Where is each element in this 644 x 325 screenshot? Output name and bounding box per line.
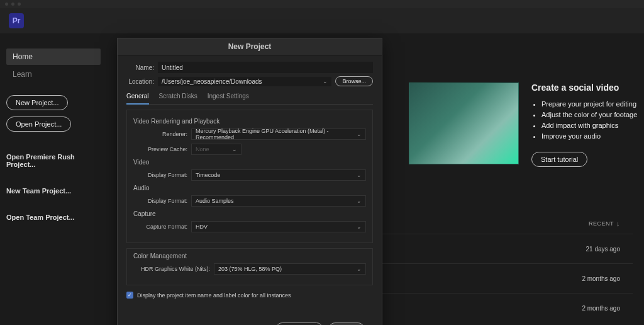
audio-format-select[interactable]: Audio Samples ⌄ <box>191 195 366 207</box>
new-project-button[interactable]: New Project... <box>6 95 68 110</box>
recent-header[interactable]: RECENT ↓ <box>589 220 620 227</box>
new-project-dialog: New Project Name: Location: /Users/joe_n… <box>117 38 382 325</box>
tab-general[interactable]: General <box>126 90 149 105</box>
checkbox-checked-icon[interactable]: ✓ <box>126 292 133 299</box>
tab-ingest[interactable]: Ingest Settings <box>208 90 249 104</box>
name-row: Name: <box>126 62 373 73</box>
audio-format-label: Display Format: <box>133 198 191 204</box>
chevron-down-icon: ⌄ <box>357 131 362 137</box>
start-tutorial-button[interactable]: Start tutorial <box>531 152 587 167</box>
traffic-light-minimize[interactable] <box>11 3 14 6</box>
capture-format-select[interactable]: HDV ⌄ <box>191 221 366 232</box>
hdr-select[interactable]: 203 (75% HLG, 58% PQ) ⌄ <box>214 263 366 275</box>
open-project-button[interactable]: Open Project... <box>6 117 71 132</box>
dialog-title: New Project <box>118 38 382 55</box>
section-title: Color Management <box>133 253 366 259</box>
location-row: Location: /Users/joe_neosapience/Downloa… <box>126 76 373 86</box>
dialog-footer: Cancel OK <box>126 316 373 325</box>
chevron-down-icon: ⌄ <box>357 224 362 230</box>
settings-tabs: General Scratch Disks Ingest Settings <box>126 90 373 105</box>
tutorial-text: Create a social video Prepare your proje… <box>531 83 637 167</box>
chevron-down-icon: ⌄ <box>357 198 362 204</box>
location-label: Location: <box>126 78 154 85</box>
renderer-select[interactable]: Mercury Playback Engine GPU Acceleration… <box>191 128 366 140</box>
tab-scratch-disks[interactable]: Scratch Disks <box>159 90 197 104</box>
capture-format-label: Capture Format: <box>133 224 191 230</box>
chevron-down-icon: ⌄ <box>232 146 237 152</box>
sidebar-item-learn[interactable]: Learn <box>6 66 101 83</box>
macos-titlebar <box>0 0 644 8</box>
sidebar-link-rush[interactable]: Open Premiere Rush Project... <box>6 149 101 172</box>
sidebar: Home Learn New Project... Open Project..… <box>0 33 107 325</box>
tutorial-thumbnail <box>409 83 519 164</box>
chevron-down-icon: ⌄ <box>323 78 328 84</box>
browse-button[interactable]: Browse... <box>335 76 373 86</box>
video-format-select[interactable]: Timecode ⌄ <box>191 169 366 181</box>
sidebar-link-open-team[interactable]: Open Team Project... <box>6 210 101 225</box>
preview-cache-label: Preview Cache: <box>133 146 191 152</box>
app-logo-icon: Pr <box>9 13 24 28</box>
location-dropdown[interactable]: /Users/joe_neosapience/Downloads ⌄ <box>158 77 331 86</box>
preview-cache-select: None ⌄ <box>191 144 242 155</box>
renderer-label: Renderer: <box>133 131 191 137</box>
tutorial-bullets: Prepare your project for editing Adjust … <box>531 99 637 142</box>
section-title: Video Rendering and Playback <box>133 118 366 125</box>
traffic-light-zoom[interactable] <box>18 3 21 6</box>
name-input[interactable] <box>158 62 373 73</box>
top-bar: Pr <box>0 8 644 33</box>
color-section: Color Management HDR Graphics White (Nit… <box>126 248 373 285</box>
display-item-name-checkbox-row[interactable]: ✓ Display the project item name and labe… <box>126 292 373 299</box>
checkbox-label: Display the project item name and label … <box>137 292 291 299</box>
name-label: Name: <box>126 64 154 71</box>
section-title: Video <box>133 159 366 166</box>
sidebar-item-home[interactable]: Home <box>6 48 101 65</box>
chevron-down-icon: ⌄ <box>357 266 362 272</box>
section-title: Capture <box>133 210 366 217</box>
tutorial-title: Create a social video <box>531 83 637 93</box>
chevron-down-icon: ⌄ <box>357 172 362 178</box>
video-format-label: Display Format: <box>133 172 191 178</box>
hdr-label: HDR Graphics White (Nits): <box>133 266 214 272</box>
tutorial-card: Create a social video Prepare your proje… <box>409 83 637 167</box>
cancel-button[interactable]: Cancel <box>276 322 322 325</box>
dialog-body: Name: Location: /Users/joe_neosapience/D… <box>118 55 382 325</box>
sidebar-link-new-team[interactable]: New Team Project... <box>6 183 101 198</box>
ok-button[interactable]: OK <box>329 322 364 325</box>
section-title: Audio <box>133 185 366 191</box>
playback-section: Video Rendering and Playback Renderer: M… <box>126 110 373 243</box>
traffic-light-close[interactable] <box>5 3 8 6</box>
sort-arrow-icon: ↓ <box>616 220 620 227</box>
